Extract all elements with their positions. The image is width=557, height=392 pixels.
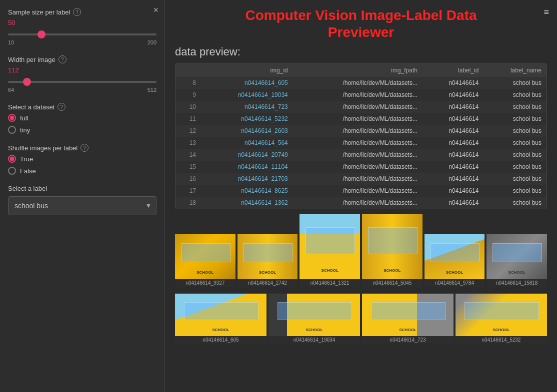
shuffle-help-icon[interactable]: ?: [80, 144, 88, 152]
bus-image-4: [362, 214, 422, 279]
main-content: Computer Vision Image-Label Data Preview…: [165, 0, 557, 392]
label-dropdown-wrapper: school bus ▼: [8, 196, 156, 215]
image-row-1: n04146614_9327 n04146614_2742 n04146614_…: [175, 214, 547, 287]
table-row: 18n04146614_1362/home/llc/dev/ML/dataset…: [176, 197, 546, 209]
sample-size-slider[interactable]: [8, 33, 156, 35]
image-item-8: n04146614_19034: [268, 294, 360, 344]
bus-image-9: [362, 294, 454, 336]
bus-image-1: [175, 234, 236, 279]
col-header-label-id: label_id: [422, 64, 484, 77]
image-item-9: n04146614_723: [362, 294, 454, 344]
col-header-img-fpath: img_fpath: [293, 64, 422, 77]
sample-size-label: Sample size per label ?: [8, 8, 156, 16]
label-select[interactable]: school bus: [8, 196, 156, 215]
width-help-icon[interactable]: ?: [58, 55, 66, 63]
img-placeholder-1: [175, 234, 236, 279]
img-placeholder-5: [424, 234, 485, 279]
dataset-full-option[interactable]: full: [8, 114, 156, 122]
image-item-2: n04146614_2742: [238, 234, 298, 287]
dataset-tiny-radio[interactable]: [8, 126, 16, 134]
bus-image-2: [238, 234, 298, 279]
table-row: 16n04146614_21703/home/llc/dev/ML/datase…: [176, 173, 546, 185]
table-row: 12n04146614_2603/home/llc/dev/ML/dataset…: [176, 125, 546, 137]
shuffle-radio-group: True False: [8, 155, 156, 175]
img-label-1: n04146614_9327: [175, 279, 236, 287]
bus-image-6: [486, 234, 547, 279]
data-preview-section: data preview: img_id img_fpath label_id …: [165, 40, 557, 214]
width-minmax: 64 512: [8, 87, 156, 93]
data-table: img_id img_fpath label_id label_name 8n0…: [176, 64, 546, 209]
table-header-row: img_id img_fpath label_id label_name: [176, 64, 546, 77]
app-title: Computer Vision Image-Label Data Preview…: [245, 7, 476, 40]
image-section-1: n04146614_9327 n04146614_2742 n04146614_…: [165, 214, 557, 294]
shuffle-false-radio[interactable]: [8, 167, 16, 175]
sample-size-slider-container: [8, 28, 156, 37]
table-row: 15n04146614_11104/home/llc/dev/ML/datase…: [176, 161, 546, 173]
close-button[interactable]: ×: [153, 5, 158, 15]
col-header-img-id: img_id: [201, 64, 293, 77]
table-row: 8n04146614_605/home/llc/dev/ML/datasets.…: [176, 77, 546, 89]
bus-image-7: [175, 294, 266, 336]
width-slider-container: [8, 76, 156, 85]
bus-image-3: [300, 214, 360, 279]
img-placeholder-4: [362, 214, 422, 279]
img-placeholder-2: [238, 234, 298, 279]
table-row: 11n04146614_5232/home/llc/dev/ML/dataset…: [176, 113, 546, 125]
sample-size-minmax: 10 200: [8, 39, 156, 45]
image-item-5: n04146614_9784: [424, 234, 485, 287]
shuffle-true-radio[interactable]: [8, 155, 16, 163]
col-header-label-name: label_name: [484, 64, 546, 77]
col-header-index: [176, 64, 201, 77]
width-label: Width per image ?: [8, 55, 156, 63]
label-section: Select a label school bus ▼: [8, 185, 156, 215]
sidebar: × Sample size per label ? 50 10 200 Widt…: [0, 0, 165, 392]
img-placeholder-8: [268, 294, 360, 336]
image-item-1: n04146614_9327: [175, 234, 236, 287]
image-section-2: n04146614_605 n04146614_19034 n04146614_…: [165, 294, 557, 351]
sample-size-section: Sample size per label ? 50 10 200: [8, 8, 156, 45]
img-placeholder-10: [456, 294, 547, 336]
img-label-10: n04146614_5232: [456, 336, 547, 344]
width-value: 112: [8, 66, 156, 74]
img-label-4: n04146614_5045: [362, 279, 422, 287]
img-label-7: n04146614_605: [175, 336, 266, 344]
dataset-full-radio[interactable]: [8, 114, 16, 122]
image-row-2: n04146614_605 n04146614_19034 n04146614_…: [175, 294, 547, 344]
image-item-10: n04146614_5232: [456, 294, 547, 344]
table-row: 9n04146614_19034/home/llc/dev/ML/dataset…: [176, 89, 546, 101]
image-item-6: n04146614_15818: [486, 234, 547, 287]
img-label-6: n04146614_15818: [486, 279, 547, 287]
shuffle-label: Shuffle images per label ?: [8, 144, 156, 152]
bus-image-5: [424, 234, 485, 279]
table-row: 14n04146614_20749/home/llc/dev/ML/datase…: [176, 149, 546, 161]
table-row: 17n04146614_8625/home/llc/dev/ML/dataset…: [176, 185, 546, 197]
table-container: img_id img_fpath label_id label_name 8n0…: [175, 63, 547, 209]
width-slider[interactable]: [8, 81, 156, 83]
bus-image-10: [456, 294, 547, 336]
menu-icon[interactable]: ≡: [544, 7, 549, 17]
img-label-5: n04146614_9784: [424, 279, 485, 287]
img-placeholder-6: [486, 234, 547, 279]
sample-size-help-icon[interactable]: ?: [73, 8, 81, 16]
image-item-7: n04146614_605: [175, 294, 266, 344]
img-label-9: n04146614_723: [362, 336, 454, 344]
img-placeholder-3: [300, 214, 360, 279]
table-row: 10n04146614_723/home/llc/dev/ML/datasets…: [176, 101, 546, 113]
image-item-3: n04146614_1321: [300, 214, 360, 287]
img-placeholder-9: [362, 294, 454, 336]
img-label-8: n04146614_19034: [268, 336, 360, 344]
table-body: 8n04146614_605/home/llc/dev/ML/datasets.…: [176, 77, 546, 209]
shuffle-true-option[interactable]: True: [8, 155, 156, 163]
img-placeholder-7: [175, 294, 266, 336]
dataset-help-icon[interactable]: ?: [58, 103, 66, 111]
dataset-tiny-option[interactable]: tiny: [8, 126, 156, 134]
shuffle-section: Shuffle images per label ? True False: [8, 144, 156, 175]
data-preview-title: data preview:: [175, 45, 547, 58]
bus-image-8: [268, 294, 360, 336]
shuffle-false-option[interactable]: False: [8, 167, 156, 175]
img-label-2: n04146614_2742: [238, 279, 298, 287]
img-label-3: n04146614_1321: [300, 279, 360, 287]
image-item-4: n04146614_5045: [362, 214, 422, 287]
app-header: Computer Vision Image-Label Data Preview…: [165, 0, 557, 40]
dataset-label: Select a dataset ?: [8, 103, 156, 111]
